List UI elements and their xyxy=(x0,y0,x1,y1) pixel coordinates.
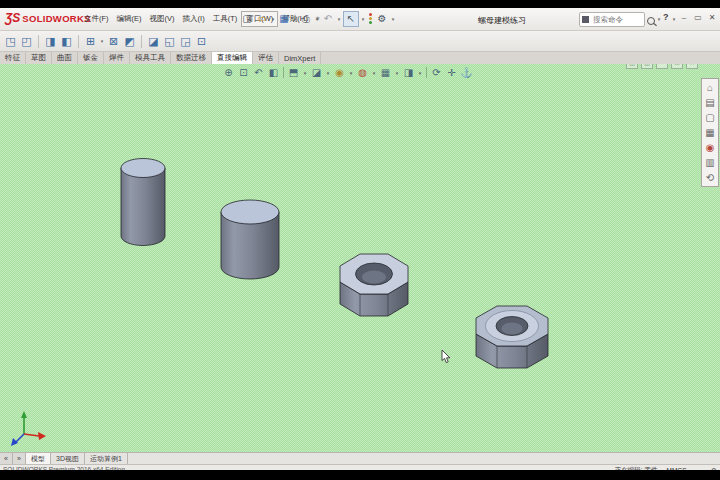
solidworks-window: ƷS SOLIDWORKS 文件(F) 编辑(E) 视图(V) 插入(I) 工具… xyxy=(0,8,720,470)
search-magnifier-icon[interactable] xyxy=(647,17,655,25)
model-layer xyxy=(0,64,720,452)
intersect-icon[interactable]: ◱ xyxy=(162,34,177,49)
move-face-icon[interactable]: ◳ xyxy=(3,34,18,49)
viewport-canvas[interactable]: ⊕ ⊡ ↶ ◧ ⬒ ▾ ◪ ▾ ◉ ▾ ◍ ▾ ▦ ▾ ◨ ▾ ⟳ ✛ ⚓ xyxy=(0,64,720,452)
tab-evaluate[interactable]: 评估 xyxy=(253,52,279,64)
menu-insert[interactable]: 插入(I) xyxy=(179,12,209,26)
chevron-down-icon[interactable]: ▾ xyxy=(656,16,662,22)
help-button[interactable]: ? xyxy=(663,12,669,22)
toolbar-separator xyxy=(38,35,39,48)
shell-icon[interactable]: ⊡ xyxy=(194,34,209,49)
combine-icon[interactable]: ◪ xyxy=(146,34,161,49)
model-tab-bar: « » 模型 3D视图 运动算例1 xyxy=(0,452,720,464)
chevron-down-icon[interactable]: ▾ xyxy=(390,16,396,22)
tab-sketch[interactable]: 草图 xyxy=(26,52,52,64)
command-manager-toolbar: ◳ ◰ ◨ ◧ ⊞ ▾ ⊠ ◩ ◪ ◱ ◲ ⊡ xyxy=(0,31,720,52)
rebuild-traffic-light-icon[interactable] xyxy=(367,12,374,26)
cylinder-small[interactable] xyxy=(121,159,165,246)
video-frame: ƷS SOLIDWORKS 文件(F) 编辑(E) 视图(V) 插入(I) 工具… xyxy=(0,0,720,480)
select-cursor-icon[interactable]: ↖ xyxy=(343,11,359,27)
tab-motion-study-1[interactable]: 运动算例1 xyxy=(85,453,128,464)
menu-edit[interactable]: 编辑(E) xyxy=(113,12,146,26)
undo-icon[interactable]: ↶ xyxy=(321,12,335,26)
menu-tools[interactable]: 工具(T) xyxy=(209,12,242,26)
hex-nut-open[interactable] xyxy=(340,254,408,316)
orientation-triad xyxy=(8,410,48,450)
scale-icon[interactable]: ◲ xyxy=(178,34,193,49)
indent-icon[interactable]: ◧ xyxy=(59,34,74,49)
tab-sheet-metal[interactable]: 钣金 xyxy=(78,52,104,64)
toolbar-separator xyxy=(141,35,142,48)
chevron-down-icon[interactable]: ▾ xyxy=(671,16,677,22)
command-search-box[interactable] xyxy=(579,12,645,27)
chevron-down-icon[interactable]: ▾ xyxy=(270,16,276,22)
open-icon[interactable]: ▭ xyxy=(255,12,269,26)
tab-mold-tools[interactable]: 模具工具 xyxy=(130,52,171,64)
chevron-down-icon[interactable]: ▾ xyxy=(336,16,342,22)
solidworks-search-icon xyxy=(582,16,589,23)
tab-direct-editing[interactable]: 直接编辑 xyxy=(212,52,253,64)
hex-nut-chamfered[interactable] xyxy=(476,306,548,368)
search-input[interactable] xyxy=(591,14,642,25)
solidworks-logo-mark-icon: ƷS xyxy=(5,11,20,25)
tab-weldments[interactable]: 焊件 xyxy=(104,52,130,64)
tab-scroll-left-icon[interactable]: « xyxy=(0,453,13,464)
tab-3d-views[interactable]: 3D视图 xyxy=(51,453,85,464)
title-bar: ƷS SOLIDWORKS 文件(F) 编辑(E) 视图(V) 插入(I) 工具… xyxy=(0,8,720,31)
tab-surfaces[interactable]: 曲面 xyxy=(52,52,78,64)
delete-face-icon[interactable]: ◰ xyxy=(19,34,34,49)
quick-access-toolbar: ▢ ▭ ▾ ▦ ▾ ⎙ ▾ ↶ ▾ ↖ ▾ ⚙ ▾ xyxy=(240,10,396,28)
split-icon[interactable]: ⊠ xyxy=(106,34,121,49)
solidworks-logo: ƷS SOLIDWORKS xyxy=(5,11,91,25)
command-manager-tabs: 特征 草图 曲面 钣金 焊件 模具工具 数据迁移 直接编辑 评估 DimXper… xyxy=(0,52,720,64)
print-icon[interactable]: ⎙ xyxy=(299,12,313,26)
menu-view[interactable]: 视图(V) xyxy=(146,12,179,26)
tab-dimxpert[interactable]: DimXpert xyxy=(279,52,321,64)
deform-icon[interactable]: ◨ xyxy=(43,34,58,49)
letterbox xyxy=(0,470,720,480)
chevron-down-icon[interactable]: ▾ xyxy=(292,16,298,22)
chevron-down-icon[interactable]: ▾ xyxy=(99,38,105,44)
tab-scroll-right-icon[interactable]: » xyxy=(13,453,26,464)
restore-button[interactable]: ▭ xyxy=(692,12,704,24)
save-icon[interactable]: ▦ xyxy=(277,12,291,26)
new-document-icon[interactable]: ▢ xyxy=(240,12,254,26)
flex-icon[interactable]: ⊞ xyxy=(83,34,98,49)
options-gear-icon[interactable]: ⚙ xyxy=(375,12,389,26)
document-title: 螺母建模练习 xyxy=(478,15,526,26)
tab-data-migration[interactable]: 数据迁移 xyxy=(171,52,212,64)
chevron-down-icon[interactable]: ▾ xyxy=(314,16,320,22)
minimize-button[interactable]: – xyxy=(678,12,690,24)
tab-features[interactable]: 特征 xyxy=(0,52,26,64)
tab-model[interactable]: 模型 xyxy=(26,453,51,464)
mouse-cursor-icon xyxy=(441,350,453,365)
close-button[interactable]: ✕ xyxy=(706,12,718,24)
cylinder-large[interactable] xyxy=(221,200,279,279)
move-copy-body-icon[interactable]: ◩ xyxy=(122,34,137,49)
menu-file[interactable]: 文件(F) xyxy=(80,12,113,26)
chevron-down-icon[interactable]: ▾ xyxy=(360,16,366,22)
toolbar-separator xyxy=(78,35,79,48)
